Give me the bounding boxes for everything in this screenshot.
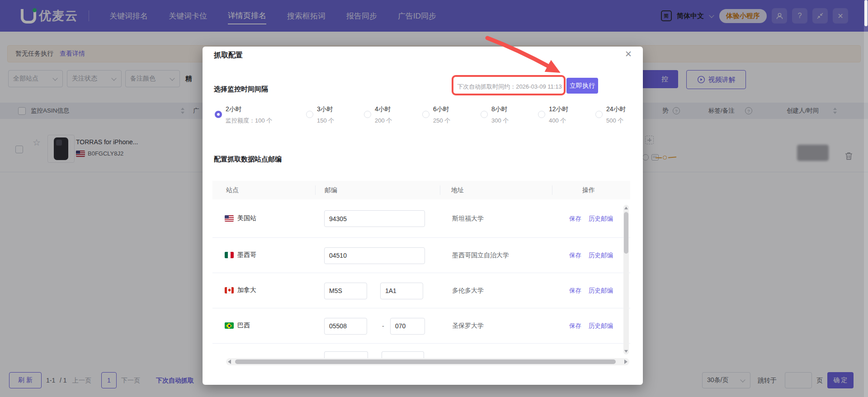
save-link[interactable]: 保存 [569, 287, 581, 295]
execute-now-button[interactable]: 立即执行 [566, 78, 598, 94]
interval-quota: 500 个 [606, 117, 623, 125]
scroll-down-icon[interactable] [624, 350, 628, 353]
scroll-right-icon[interactable] [624, 359, 627, 364]
scrollbar-thumb[interactable] [235, 359, 616, 364]
scrollbar-thumb[interactable] [624, 212, 628, 254]
interval-section-label: 选择监控时间间隔 [214, 85, 268, 94]
zipcode-input[interactable] [324, 247, 425, 264]
interval-quota: 150 个 [317, 117, 334, 125]
interval-label: 3小时 [317, 105, 333, 113]
zipcode-table-header: 站点邮编地址操作 [212, 181, 630, 199]
history-zip-link[interactable]: 历史邮编 [589, 215, 613, 223]
zipcode-section-title: 配置抓取数据站点邮编 [214, 155, 282, 164]
site-name: 巴西 [237, 321, 250, 330]
scroll-left-icon[interactable] [228, 359, 231, 364]
interval-quota: 400 个 [549, 117, 566, 125]
vertical-scrollbar[interactable] [623, 205, 629, 354]
radio-button[interactable] [422, 111, 429, 118]
zipcode-input[interactable] [324, 210, 425, 227]
next-crawl-time: 下次自动抓取时间约：2026-03-09 11:13 [455, 79, 564, 95]
zipcode-input[interactable] [380, 283, 423, 299]
site-name: 墨西哥 [237, 251, 256, 259]
br-flag-icon [225, 322, 234, 329]
page-scrollbar[interactable] [864, 0, 868, 397]
zipcode-input[interactable] [324, 318, 367, 335]
interval-label: 4小时 [375, 105, 391, 113]
zipcode-row: 美国站斯坦福大学保存历史邮编 [212, 199, 630, 238]
interval-label: 2小时 [226, 105, 242, 113]
history-zip-link[interactable]: 历史邮编 [589, 322, 613, 330]
modal-close-icon[interactable]: ✕ [625, 49, 632, 59]
crawl-config-modal: 抓取配置 ✕ 选择监控时间间隔 下次自动抓取时间约：2026-03-09 11:… [203, 47, 643, 385]
ca-flag-icon [225, 287, 234, 293]
site-cell: 美国站 [225, 214, 256, 222]
site-name: 美国站 [237, 214, 256, 222]
interval-label: 8小时 [491, 105, 508, 113]
interval-label: 6小时 [433, 105, 449, 113]
site-cell: 加拿大 [225, 286, 256, 294]
radio-button[interactable] [364, 111, 371, 118]
zip-col-header: 站点 [226, 186, 239, 194]
mx-flag-icon [225, 252, 234, 258]
site-cell: 墨西哥 [225, 251, 256, 259]
scroll-up-icon[interactable] [624, 207, 628, 209]
save-link[interactable]: 保存 [569, 251, 581, 260]
radio-button[interactable] [595, 111, 603, 118]
history-zip-link[interactable]: 历史邮编 [589, 251, 613, 260]
site-cell: 巴西 [225, 321, 250, 330]
history-zip-link[interactable]: 历史邮编 [589, 287, 613, 295]
address-cell: 多伦多大学 [452, 287, 484, 295]
interval-label: 24小时 [606, 105, 626, 113]
zipcode-row: 墨西哥墨西哥国立自治大学保存历史邮编 [212, 238, 630, 273]
zipcode-row: 加拿大多伦多大学保存历史邮编 [212, 273, 630, 308]
zipcode-input[interactable] [324, 283, 367, 299]
zipcode-input-partial[interactable] [324, 351, 368, 359]
interval-quota: 200 个 [375, 117, 392, 125]
site-name: 加拿大 [237, 286, 256, 294]
interval-quota: 300 个 [491, 117, 509, 125]
interval-quota: 监控额度：100 个 [226, 117, 272, 125]
zip-separator: - [382, 322, 384, 330]
modal-title: 抓取配置 [214, 51, 243, 60]
address-cell: 斯坦福大学 [452, 215, 484, 223]
interval-quota: 250 个 [433, 117, 450, 125]
radio-button[interactable] [215, 111, 222, 118]
save-link[interactable]: 保存 [569, 322, 581, 330]
zip-col-header: 地址 [451, 186, 464, 194]
zip-col-header: 邮编 [325, 186, 337, 194]
scrollbar-thumb[interactable] [864, 0, 868, 26]
horizontal-scrollbar[interactable] [226, 358, 629, 365]
zip-col-header: 操作 [582, 186, 595, 194]
zipcode-table: 站点邮编地址操作 美国站斯坦福大学保存历史邮编墨西哥墨西哥国立自治大学保存历史邮… [212, 181, 630, 367]
save-link[interactable]: 保存 [569, 215, 581, 223]
partial-row [212, 344, 630, 358]
address-cell: 圣保罗大学 [452, 322, 484, 330]
page: 优麦云 关键词排名关键词卡位详情页排名搜索框拓词报告同步广告ID同步 简 简体中… [0, 0, 868, 397]
zipcode-row: 巴西-圣保罗大学保存历史邮编 [212, 308, 630, 344]
radio-button[interactable] [306, 111, 313, 118]
radio-button[interactable] [538, 111, 545, 118]
interval-label: 12小时 [549, 105, 569, 113]
zipcode-input-partial[interactable] [382, 351, 424, 359]
us-flag-icon [225, 215, 234, 222]
zipcode-input[interactable] [390, 318, 425, 335]
radio-button[interactable] [481, 111, 488, 118]
address-cell: 墨西哥国立自治大学 [452, 251, 509, 260]
